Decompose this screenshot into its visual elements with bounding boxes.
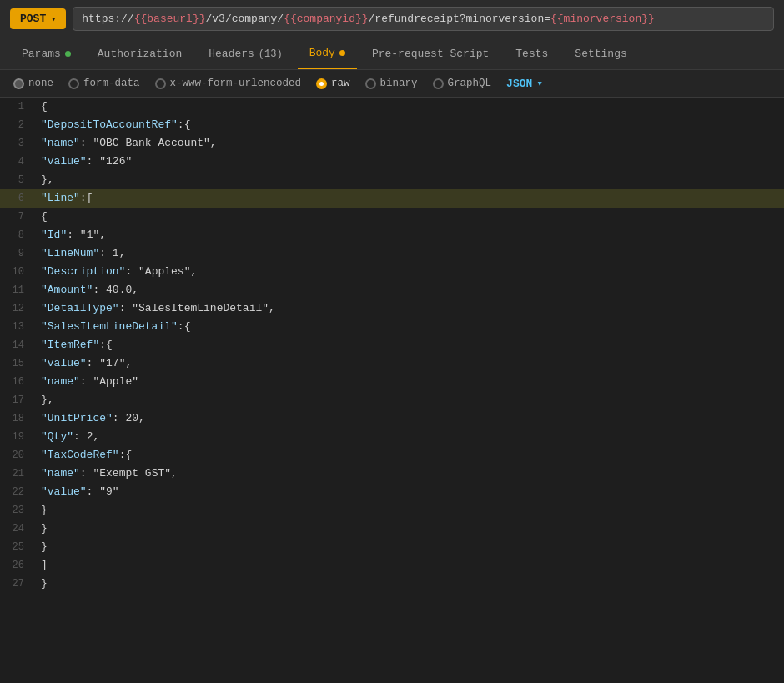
table-row: 7 { bbox=[0, 208, 784, 226]
radio-urlencoded[interactable]: x-www-form-urlencoded bbox=[155, 78, 302, 89]
line-number: 23 bbox=[0, 501, 38, 520]
table-row: 19 "Qty": 2, bbox=[0, 428, 784, 446]
line-content: } bbox=[38, 520, 784, 538]
line-content: "LineNum": 1, bbox=[38, 244, 784, 263]
line-number: 27 bbox=[0, 575, 38, 593]
line-number: 24 bbox=[0, 520, 38, 538]
radio-binary[interactable]: binary bbox=[365, 78, 418, 89]
tab-authorization[interactable]: Authorization bbox=[86, 39, 193, 68]
method-chevron-icon: ▾ bbox=[51, 14, 56, 24]
tab-headers[interactable]: Headers (13) bbox=[197, 39, 294, 68]
line-number: 6 bbox=[0, 189, 38, 208]
line-content: "Id": "1", bbox=[38, 226, 784, 244]
table-row: 12 "DetailType": "SalesItemLineDetail", bbox=[0, 299, 784, 318]
line-content: } bbox=[38, 501, 784, 520]
line-content: "value": "9" bbox=[38, 483, 784, 501]
line-content: }, bbox=[38, 391, 784, 409]
table-row: 18 "UnitPrice": 20, bbox=[0, 409, 784, 428]
tab-settings[interactable]: Settings bbox=[563, 39, 638, 68]
line-number: 13 bbox=[0, 318, 38, 336]
line-content: } bbox=[38, 538, 784, 556]
table-row: 14 "ItemRef": { bbox=[0, 336, 784, 354]
table-row: 25 } bbox=[0, 538, 784, 556]
line-number: 10 bbox=[0, 263, 38, 281]
table-row: 20 "TaxCodeRef": { bbox=[0, 446, 784, 465]
method-label: POST bbox=[20, 13, 46, 25]
line-content: "TaxCodeRef": { bbox=[38, 446, 784, 465]
url-template-3: {{minorversion}} bbox=[550, 13, 655, 25]
line-number: 26 bbox=[0, 556, 38, 575]
line-content: "Amount": 40.0, bbox=[38, 281, 784, 299]
line-number: 18 bbox=[0, 409, 38, 428]
line-content: } bbox=[38, 575, 784, 593]
radio-binary-circle bbox=[365, 78, 376, 89]
line-number: 5 bbox=[0, 171, 38, 189]
line-content: "name": "OBC Bank Account", bbox=[38, 134, 784, 153]
method-button[interactable]: POST ▾ bbox=[10, 8, 66, 29]
format-label: JSON bbox=[506, 78, 532, 90]
line-content: ] bbox=[38, 556, 784, 575]
line-number: 22 bbox=[0, 483, 38, 501]
line-number: 25 bbox=[0, 538, 38, 556]
line-number: 9 bbox=[0, 244, 38, 263]
format-chevron-icon: ▾ bbox=[536, 77, 543, 90]
radio-formdata-circle bbox=[68, 78, 79, 89]
url-part-1: https:// bbox=[82, 13, 133, 25]
params-dot bbox=[65, 51, 71, 57]
code-editor[interactable]: 1{2 "DepositToAccountRef": {3 "name": "O… bbox=[0, 98, 784, 593]
table-row: 27} bbox=[0, 575, 784, 593]
radio-graphql-circle bbox=[433, 78, 444, 89]
radio-none-circle bbox=[13, 78, 24, 89]
line-number: 17 bbox=[0, 391, 38, 409]
line-number: 4 bbox=[0, 153, 38, 171]
table-row: 16 "name": "Apple" bbox=[0, 373, 784, 391]
body-type-bar: none form-data x-www-form-urlencoded raw… bbox=[0, 70, 784, 98]
radio-form-data[interactable]: form-data bbox=[68, 78, 140, 89]
table-row: 22 "value": "9" bbox=[0, 483, 784, 501]
format-select[interactable]: JSON ▾ bbox=[506, 77, 543, 90]
tab-params[interactable]: Params bbox=[10, 39, 83, 68]
line-content: "Line": [ bbox=[38, 189, 784, 208]
line-content: "DetailType": "SalesItemLineDetail", bbox=[38, 299, 784, 318]
line-number: 20 bbox=[0, 446, 38, 465]
table-row: 11 "Amount": 40.0, bbox=[0, 281, 784, 299]
table-row: 26 ] bbox=[0, 556, 784, 575]
table-row: 15 "value": "17", bbox=[0, 354, 784, 373]
line-number: 1 bbox=[0, 98, 38, 116]
table-row: 13 "SalesItemLineDetail": { bbox=[0, 318, 784, 336]
line-content: "SalesItemLineDetail": { bbox=[38, 318, 784, 336]
body-dot bbox=[339, 50, 345, 56]
radio-graphql[interactable]: GraphQL bbox=[433, 78, 492, 89]
line-content: "value": "17", bbox=[38, 354, 784, 373]
url-display[interactable]: https://{{baseurl}}/v3/company/{{company… bbox=[73, 7, 774, 31]
line-content: "Qty": 2, bbox=[38, 428, 784, 446]
table-row: 1{ bbox=[0, 98, 784, 116]
radio-raw[interactable]: raw bbox=[316, 78, 350, 89]
line-number: 16 bbox=[0, 373, 38, 391]
line-number: 8 bbox=[0, 226, 38, 244]
table-row: 4 "value": "126" bbox=[0, 153, 784, 171]
line-number: 2 bbox=[0, 116, 38, 134]
line-number: 15 bbox=[0, 354, 38, 373]
table-row: 10 "Description": "Apples", bbox=[0, 263, 784, 281]
tab-tests[interactable]: Tests bbox=[504, 39, 560, 68]
table-row: 9 "LineNum": 1, bbox=[0, 244, 784, 263]
line-content: "name": "Apple" bbox=[38, 373, 784, 391]
url-template-1: {{baseurl}} bbox=[134, 13, 206, 25]
line-content: "UnitPrice": 20, bbox=[38, 409, 784, 428]
line-content: "DepositToAccountRef": { bbox=[38, 116, 784, 134]
line-number: 3 bbox=[0, 134, 38, 153]
table-row: 3 "name": "OBC Bank Account", bbox=[0, 134, 784, 153]
line-number: 7 bbox=[0, 208, 38, 226]
line-content: "value": "126" bbox=[38, 153, 784, 171]
line-content: "Description": "Apples", bbox=[38, 263, 784, 281]
line-content: { bbox=[38, 98, 784, 116]
headers-count: (13) bbox=[259, 48, 283, 60]
line-content: }, bbox=[38, 171, 784, 189]
line-content: "ItemRef": { bbox=[38, 336, 784, 354]
table-row: 8 "Id": "1", bbox=[0, 226, 784, 244]
radio-none[interactable]: none bbox=[13, 78, 53, 89]
radio-raw-circle bbox=[316, 78, 327, 89]
tab-prerequest[interactable]: Pre-request Script bbox=[360, 39, 500, 68]
tab-body[interactable]: Body bbox=[298, 38, 357, 69]
